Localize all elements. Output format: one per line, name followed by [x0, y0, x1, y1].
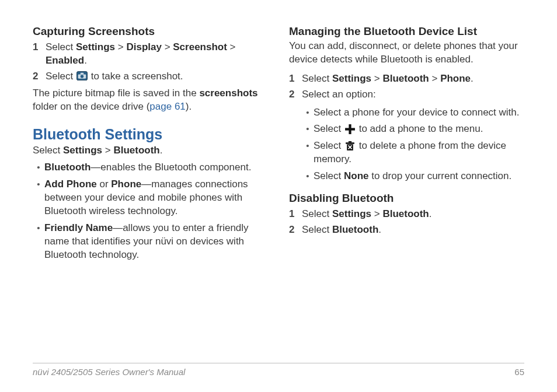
heading-bluetooth-settings: Bluetooth Settings — [33, 126, 268, 143]
svg-rect-3 — [81, 72, 83, 74]
managing-steps: 1 Select Settings > Bluetooth > Phone. 2… — [289, 72, 524, 102]
step-text: Select Settings > Bluetooth > Phone. — [302, 72, 474, 86]
list-item: 2 Select Bluetooth. — [289, 223, 524, 237]
step-number: 1 — [289, 208, 302, 221]
trash-icon — [344, 141, 356, 150]
bullet-text: Add Phone or Phone—manages connections b… — [44, 178, 268, 218]
bullet-icon: • — [302, 170, 314, 183]
step-text: Select Settings > Bluetooth. — [302, 208, 431, 221]
content-columns: Capturing Screenshots 1 Select Settings … — [33, 24, 524, 265]
bullet-text: Select to delete a phone from the device… — [314, 139, 524, 166]
bluetooth-lead: Select Settings > Bluetooth. — [33, 144, 268, 158]
list-item: • Friendly Name—allows you to enter a fr… — [33, 222, 268, 262]
bullet-icon: • — [33, 178, 44, 191]
right-column: Managing the Bluetooth Device List You c… — [289, 24, 524, 265]
step-number: 2 — [33, 70, 46, 83]
bullet-text: Bluetooth—enables the Bluetooth componen… — [44, 161, 251, 174]
screenshot-steps: 1 Select Settings > Display > Screenshot… — [33, 41, 268, 83]
bullet-text: Friendly Name—allows you to enter a frie… — [44, 222, 268, 262]
option-bullets: • Select a phone for your device to conn… — [302, 106, 524, 184]
bullet-icon: • — [302, 139, 314, 153]
list-item: • Bluetooth—enables the Bluetooth compon… — [33, 161, 268, 174]
disabling-steps: 1 Select Settings > Bluetooth. 2 Select … — [289, 208, 524, 237]
list-item: 1 Select Settings > Bluetooth > Phone. — [289, 72, 524, 86]
bullet-icon: • — [33, 161, 44, 174]
list-item: 2 Select an option: — [289, 88, 524, 102]
footer-title: nüvi 2405/2505 Series Owner's Manual — [33, 367, 185, 377]
left-column: Capturing Screenshots 1 Select Settings … — [33, 24, 268, 265]
heading-managing-devices: Managing the Bluetooth Device List — [289, 24, 524, 38]
bullet-text: Select None to drop your current connect… — [314, 170, 511, 183]
step-text: Select to take a screenshot. — [46, 70, 183, 83]
step-number: 2 — [289, 223, 302, 237]
list-item: 1 Select Settings > Bluetooth. — [289, 208, 524, 221]
screenshot-note: The picture bitmap file is saved in the … — [33, 87, 268, 114]
step-text: Select Bluetooth. — [302, 223, 381, 237]
page-link[interactable]: page 61 — [149, 101, 185, 112]
step-text: Select an option: — [302, 88, 376, 102]
svg-point-2 — [81, 75, 83, 78]
list-item: • Add Phone or Phone—manages connections… — [33, 178, 268, 218]
bullet-text: Select to add a phone to the menu. — [314, 123, 483, 136]
svg-rect-6 — [346, 143, 354, 145]
page-footer: nüvi 2405/2505 Series Owner's Manual 65 — [33, 363, 524, 377]
plus-icon — [344, 124, 356, 134]
camera-icon — [76, 71, 88, 81]
bullet-text: Select a phone for your device to connec… — [314, 106, 519, 120]
bullet-icon: • — [33, 222, 44, 235]
step-number: 2 — [289, 88, 302, 102]
svg-rect-5 — [345, 128, 355, 131]
step-text: Select Settings > Display > Screenshot >… — [46, 41, 268, 68]
step-number: 1 — [33, 41, 46, 54]
step-number: 1 — [289, 72, 302, 86]
list-item: 2 Select to take a screenshot. — [33, 70, 268, 83]
bullet-icon: • — [302, 106, 314, 120]
heading-disabling-bluetooth: Disabling Bluetooth — [289, 191, 524, 205]
list-item: • Select a phone for your device to conn… — [302, 106, 524, 120]
list-item: • Select None to drop your current conne… — [302, 170, 524, 183]
page-number: 65 — [514, 367, 524, 377]
svg-rect-8 — [349, 141, 351, 142]
bullet-icon: • — [302, 123, 314, 136]
heading-capturing-screenshots: Capturing Screenshots — [33, 24, 268, 38]
list-item: • Select to add a phone to the menu. — [302, 123, 524, 136]
list-item: 1 Select Settings > Display > Screenshot… — [33, 41, 268, 68]
list-item: • Select to delete a phone from the devi… — [302, 139, 524, 166]
bluetooth-bullets: • Bluetooth—enables the Bluetooth compon… — [33, 161, 268, 262]
managing-intro: You can add, disconnect, or delete phone… — [289, 40, 524, 66]
